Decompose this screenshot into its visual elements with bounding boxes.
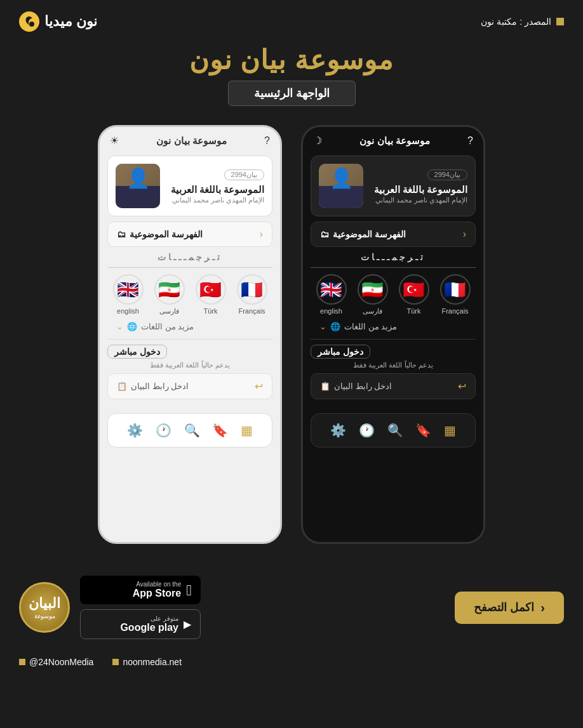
dark-direct-subtitle: يدعم حالياً اللغة العربية فقط [311,361,476,369]
dark-topbar: ? موسوعة بيان نون ☽ [303,127,483,152]
footer-labels: @24NoonMedia noonmedia.net [0,652,583,680]
brand-logo: نون ميديا [19,11,97,32]
footer-handle: @24NoonMedia [19,657,93,667]
light-trans-underline [107,267,272,268]
light-flag-tr[interactable]: 🇹🇷 Türk [196,274,226,315]
google-play-icon: ▶ [184,618,191,630]
dark-index-row[interactable]: ‹ الفهرسة الموضوعية 🗂 [311,222,476,247]
light-divider [107,339,272,340]
dark-index-icon: 🗂 [320,229,329,239]
light-more-lang[interactable]: مزيد من اللغات 🌐 ⌄ [107,319,272,334]
light-profile-avatar [116,164,160,208]
dark-flag-fa-label: فارسی [363,307,382,315]
dark-help-icon[interactable]: ? [467,135,473,147]
light-profile-badge: بيان2994 [224,169,264,180]
svg-point-0 [29,22,34,27]
light-flag-fr-label: Français [238,307,265,315]
dark-profile-badge: بيان2994 [427,169,467,180]
source-label: المصدر : مكتبة نون [481,17,564,27]
light-index-label: الفهرسة الموضوعية 🗂 [117,229,203,239]
phones-row: ? موسوعة بيان نون ☽ بيان2994 الموسوعة با… [0,119,583,557]
light-index-icon: 🗂 [117,229,126,239]
dark-flag-fr-icon: 🇫🇷 [440,274,471,305]
dark-link-back-icon: ↩ [458,380,466,392]
dark-moon-icon[interactable]: ☽ [313,135,322,147]
light-nav-settings[interactable]: ⚙️ [127,423,143,438]
dark-flag-fr[interactable]: 🇫🇷 Français [440,274,471,315]
dark-profile-avatar [319,164,363,208]
light-flag-en-icon: 🇬🇧 [113,274,144,305]
moon-brand-icon [19,11,39,32]
dark-flag-fa[interactable]: 🇮🇷 فارسی [358,274,388,315]
dark-direct-badge: دخول مباشر [311,345,370,359]
light-flag-fr-icon: 🇫🇷 [237,274,267,305]
dark-profile-title: الموسوعة باللغة العربية [370,183,467,196]
brand-circle: البيان موسوعة [19,582,70,633]
light-link-label: ادخل رابط البيان 📋 [117,381,189,391]
dark-flag-fr-label: Français [441,307,468,315]
continue-button[interactable]: ‹ اكمل التصفح [455,592,564,624]
dark-topbar-title: موسوعة بيان نون [359,135,429,147]
dark-flag-en-icon: 🇬🇧 [316,274,347,305]
app-store-small: Available on the [133,581,181,588]
dark-nav-bookmark[interactable]: 🔖 [415,423,431,438]
light-flag-fr[interactable]: 🇫🇷 Français [237,274,267,315]
light-nav-bookmark[interactable]: 🔖 [212,423,228,438]
footer-dot-1 [19,659,25,665]
app-store-large: App Store [133,588,181,599]
dark-nav-history[interactable]: 🕐 [359,423,375,438]
light-link-back-icon: ↩ [255,380,263,392]
dark-trans-header: تـرجمـــات [311,252,476,262]
light-flag-fa-icon: 🇮🇷 [154,274,185,305]
main-title: موسوعة بيان نون [0,38,583,81]
light-flag-fa[interactable]: 🇮🇷 فارسی [154,274,185,315]
light-flag-en[interactable]: 🇬🇧 english [113,274,144,315]
light-direct-badge: دخول مباشر [107,345,167,359]
dark-flag-tr[interactable]: 🇹🇷 Türk [399,274,429,315]
light-profile-card: بيان2994 الموسوعة باللغة العربية الإمام … [107,156,272,216]
light-flag-fa-label: فارسی [159,307,179,315]
light-nav-history[interactable]: 🕐 [156,423,171,438]
dark-flag-fa-icon: 🇮🇷 [358,274,388,305]
dark-more-lang-text: مزيد من اللغات [344,322,397,331]
light-nav-grid[interactable]: ▦ [241,423,253,438]
footer-website-text: noonmedia.net [123,657,182,667]
dark-nav-settings[interactable]: ⚙️ [330,423,346,438]
footer-website: noonmedia.net [112,657,182,667]
dark-translations: تـرجمـــات 🇫🇷 Français 🇹🇷 Türk 🇮🇷 فارسی [311,252,476,315]
dark-link-row[interactable]: ↩ ادخل رابط البيان 📋 [311,373,476,399]
continue-arrow-icon: ‹ [540,600,545,615]
light-phone: ? موسوعة بيان نون ☀ بيان2994 الموسوعة با… [98,125,282,544]
light-profile-subtitle: الإمام المهدي ناصر محمد اليماني [166,196,264,204]
dark-profile-info: بيان2994 الموسوعة باللغة العربية الإمام … [370,168,467,204]
light-help-icon[interactable]: ? [264,135,270,147]
dark-more-lang[interactable]: مزيد من اللغات 🌐 ⌄ [311,319,476,334]
dark-flag-en[interactable]: 🇬🇧 english [316,274,347,315]
dark-index-label: الفهرسة الموضوعية 🗂 [320,229,406,239]
dark-nav-search[interactable]: 🔍 [387,423,403,438]
dark-link-icon: 📋 [320,381,330,391]
bottom-section: ‹ اكمل التصفح  Available on the App Sto… [0,563,583,652]
page-wrapper: المصدر : مكتبة نون نون ميديا موسوعة بيان… [0,0,583,728]
google-play-small: متوفر على [120,615,178,622]
google-play-badge[interactable]: ▶ متوفر على Google play [80,609,201,639]
light-index-row[interactable]: ‹ الفهرسة الموضوعية 🗂 [107,222,272,247]
light-sun-icon[interactable]: ☀ [110,135,119,147]
light-profile-info: بيان2994 الموسوعة باللغة العربية الإمام … [166,168,264,204]
store-badges:  Available on the App Store ▶ متوفر على… [80,576,201,639]
dark-flag-tr-icon: 🇹🇷 [399,274,429,305]
dark-nav-grid[interactable]: ▦ [444,423,456,438]
dark-flag-en-label: english [320,307,342,315]
continue-label: اكمل التصفح [474,600,534,614]
light-more-chevron: ⌄ [116,322,123,331]
subtitle-text: الواجهة الرئيسية [228,81,356,106]
light-globe-icon: 🌐 [127,322,137,331]
dot-icon [556,18,564,25]
dark-profile-card: بيان2994 الموسوعة باللغة العربية الإمام … [311,156,476,216]
light-link-row[interactable]: ↩ ادخل رابط البيان 📋 [107,373,272,399]
light-nav-search[interactable]: 🔍 [184,423,200,438]
light-direct-subtitle: يدعم حالياً اللغة العربية فقط [107,361,272,369]
footer-handle-text: @24NoonMedia [29,657,93,667]
top-header: المصدر : مكتبة نون نون ميديا [0,0,583,38]
app-store-badge[interactable]:  Available on the App Store [80,576,201,604]
